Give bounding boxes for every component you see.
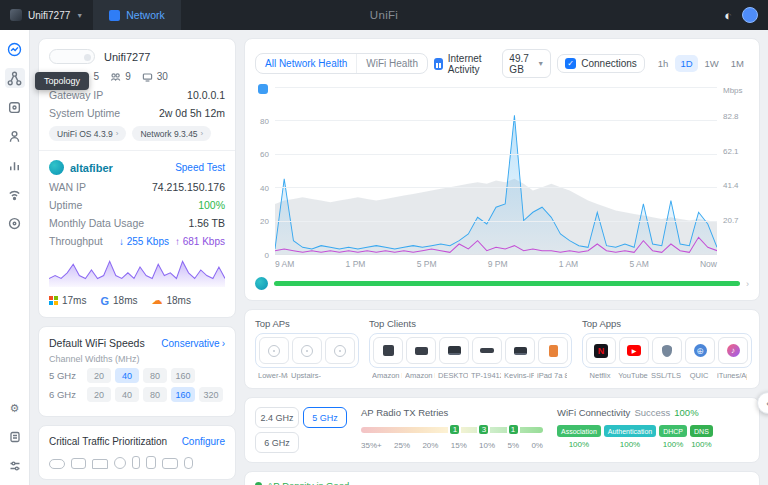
authentication-badge[interactable]: Authentication xyxy=(604,425,656,437)
topbar-actions: ◐ xyxy=(724,7,758,23)
client-label: iPad 7a 8e xyxy=(537,371,567,380)
tx-retries-scale-bar[interactable]: 1 3 1 xyxy=(361,427,543,433)
laptop-device-icon[interactable] xyxy=(92,459,108,469)
width-chip[interactable]: 40 xyxy=(115,387,139,402)
sidebar-item-topology[interactable] xyxy=(5,68,25,88)
sidebar-item-devices[interactable] xyxy=(5,97,25,117)
sidebar-item-admin[interactable] xyxy=(5,456,25,476)
netflix-icon: N xyxy=(594,344,608,358)
top-apps-title: Top Apps xyxy=(582,318,752,329)
sidebar-item-radios[interactable] xyxy=(5,184,25,204)
site-switcher[interactable]: Unifi7277 ▼ xyxy=(10,9,83,21)
width-chip-selected[interactable]: 40 xyxy=(115,368,139,383)
tx-badge[interactable]: 1 xyxy=(448,423,461,436)
sidebar-item-clients[interactable] xyxy=(5,126,25,146)
tx-badge[interactable]: 3 xyxy=(477,423,490,436)
range-1m[interactable]: 1M xyxy=(726,55,749,72)
tx-badge[interactable]: 1 xyxy=(507,423,520,436)
range-1d[interactable]: 1D xyxy=(675,55,697,72)
sidebar-item-logs[interactable] xyxy=(5,427,25,447)
throughput-label: Throughput xyxy=(49,235,103,247)
speaker-device-icon[interactable] xyxy=(184,457,193,469)
camera-device-icon[interactable] xyxy=(114,457,126,469)
tv-device-icon[interactable] xyxy=(162,458,178,469)
width-chip[interactable]: 20 xyxy=(87,368,111,383)
network-health-card: All Network Health WiFi Health Internet … xyxy=(244,38,760,301)
isp-logo-icon xyxy=(49,160,64,175)
wifi-speeds-title: Default WiFi Speeds xyxy=(49,337,145,349)
range-1w[interactable]: 1W xyxy=(700,55,724,72)
ap-tile[interactable] xyxy=(259,337,289,364)
quic-globe-icon: ⊕ xyxy=(694,344,707,357)
internet-activity-chart[interactable] xyxy=(275,87,717,255)
dhcp-badge[interactable]: DHCP xyxy=(659,425,687,437)
channel-widths-subtitle: Channel Widths (MHz) xyxy=(49,354,225,364)
band-5ghz[interactable]: 5 GHz xyxy=(303,407,347,428)
topology-icon xyxy=(7,71,22,86)
internet-activity-selector[interactable]: Internet Activity 49.7 GB ▼ xyxy=(434,49,551,78)
topology-tooltip: Topology xyxy=(35,72,89,90)
client-tile[interactable] xyxy=(439,337,469,364)
isp-name: altafiber xyxy=(70,162,113,174)
tab-all-network-health[interactable]: All Network Health xyxy=(256,54,356,73)
critical-traffic-title: Critical Traffic Prioritization xyxy=(49,436,167,447)
ap-tile[interactable] xyxy=(292,337,322,364)
configure-link[interactable]: Configure xyxy=(182,436,225,447)
success-value: 100% xyxy=(674,407,698,418)
client-tile[interactable] xyxy=(406,337,436,364)
phone-device-icon[interactable] xyxy=(132,456,140,469)
user-avatar[interactable] xyxy=(742,7,758,23)
range-1h[interactable]: 1h xyxy=(653,55,674,72)
tab-wifi-health[interactable]: WiFi Health xyxy=(356,54,427,73)
desktop-device-icon[interactable] xyxy=(71,458,86,469)
width-chip-selected[interactable]: 160 xyxy=(171,387,195,402)
width-chip[interactable]: 320 xyxy=(199,387,223,402)
tx-retries-section: AP Radio TX Retries 1 3 1 35%+25%20%15%1… xyxy=(361,407,543,450)
dns-badge[interactable]: DNS xyxy=(690,425,713,437)
sidebar-item-stats[interactable] xyxy=(5,155,25,175)
wifi-speeds-mode-link[interactable]: Conservative› xyxy=(161,338,225,349)
sidebar-item-settings[interactable]: ⚙ xyxy=(5,398,25,418)
connections-toggle[interactable]: ✓ Connections xyxy=(557,54,645,73)
google-icon: G xyxy=(100,295,109,307)
activity-value-dropdown[interactable]: 49.7 GB ▼ xyxy=(502,49,551,78)
width-chip[interactable]: 80 xyxy=(143,387,167,402)
app-tile[interactable]: N xyxy=(586,337,616,364)
width-chip[interactable]: 80 xyxy=(143,368,167,383)
connections-label: Connections xyxy=(581,58,637,69)
app-tile[interactable]: ⊕ xyxy=(685,337,715,364)
console-device-icon[interactable] xyxy=(49,459,65,469)
client-tile[interactable] xyxy=(538,337,568,364)
tablet-device-icon[interactable] xyxy=(146,456,156,469)
band-2-4ghz[interactable]: 2.4 GHz xyxy=(255,407,299,428)
ap-tile[interactable] xyxy=(325,337,355,364)
app-tile[interactable]: ♪ xyxy=(718,337,748,364)
band-6ghz[interactable]: 6 GHz xyxy=(255,432,299,453)
clients-icon xyxy=(7,129,22,144)
tab-network[interactable]: Network xyxy=(93,0,181,30)
network-version-badge[interactable]: Network 9.3.45› xyxy=(132,126,211,141)
association-badge[interactable]: Association xyxy=(557,425,601,437)
isp-uptime-bar[interactable] xyxy=(274,281,740,286)
speed-test-link[interactable]: Speed Test xyxy=(175,162,225,173)
top-clients-title: Top Clients xyxy=(369,318,572,329)
connectivity-metrics: Association100% Authentication100% DHCP1… xyxy=(557,425,749,449)
client-tile[interactable] xyxy=(373,337,403,364)
width-chip[interactable]: 20 xyxy=(87,387,111,402)
app-tile[interactable]: ▶ xyxy=(619,337,649,364)
app-label: QUIC xyxy=(684,371,714,380)
ap-icon xyxy=(334,345,346,357)
client-tile[interactable] xyxy=(472,337,502,364)
top-stats-card: Top APs Lower-Max Upstairs-... xyxy=(244,309,760,389)
client-tile[interactable] xyxy=(505,337,535,364)
sidebar-item-security[interactable] xyxy=(5,213,25,233)
width-chip[interactable]: 160 xyxy=(171,368,195,383)
theme-toggle-icon[interactable]: ◐ xyxy=(724,8,732,23)
download-value: 255 Kbps xyxy=(127,236,169,247)
success-label: Success xyxy=(634,407,670,418)
app-tile[interactable] xyxy=(652,337,682,364)
gateway-ip-label: Gateway IP xyxy=(49,89,103,101)
sidebar-item-dashboard[interactable] xyxy=(5,39,25,59)
isp-uptime-label: Uptime xyxy=(49,199,82,211)
unifi-os-badge[interactable]: UniFi OS 4.3.9› xyxy=(49,126,126,141)
